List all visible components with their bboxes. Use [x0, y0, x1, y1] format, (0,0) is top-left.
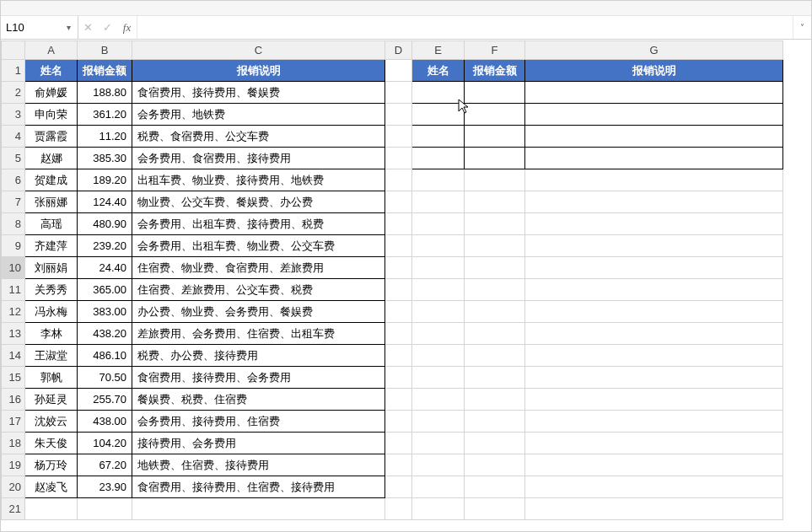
cell-desc[interactable]: 接待费用、会务费用: [132, 433, 385, 454]
cell[interactable]: [412, 345, 465, 367]
cell[interactable]: [525, 367, 783, 389]
cell[interactable]: [465, 301, 525, 323]
cell[interactable]: [465, 367, 525, 389]
cell[interactable]: [385, 82, 412, 104]
cell[interactable]: [412, 389, 465, 411]
cell-desc[interactable]: 物业费、公交车费、餐娱费、办公费: [132, 191, 385, 213]
cell-name[interactable]: 张丽娜: [25, 191, 78, 213]
col-header-b[interactable]: B: [78, 41, 132, 60]
cell[interactable]: [525, 498, 783, 520]
cell-desc[interactable]: 会务费用、出租车费、接待费用、税费: [132, 213, 385, 235]
cell-desc[interactable]: 食宿费用、接待费用、住宿费、接待费用: [132, 476, 385, 498]
cell[interactable]: [78, 498, 132, 520]
expand-formula-bar-icon[interactable]: ˅: [793, 16, 811, 39]
cell[interactable]: [385, 235, 412, 257]
cell[interactable]: [465, 191, 525, 213]
cell-amount[interactable]: 365.00: [78, 279, 132, 301]
row-header[interactable]: 14: [2, 345, 25, 367]
cell[interactable]: [385, 126, 412, 148]
row-header[interactable]: 7: [2, 191, 25, 213]
row-header[interactable]: 9: [2, 235, 25, 257]
cell[interactable]: [412, 148, 465, 169]
row-header[interactable]: 2: [2, 82, 25, 104]
cell[interactable]: [525, 213, 783, 235]
name-box[interactable]: ▾: [1, 16, 78, 39]
cell[interactable]: [412, 257, 465, 279]
cell-name[interactable]: 刘丽娟: [25, 257, 78, 279]
name-box-dropdown-icon[interactable]: ▾: [62, 22, 74, 34]
cell-name[interactable]: 杨万玲: [25, 454, 78, 476]
cell-desc[interactable]: 住宿费、差旅费用、公交车费、税费: [132, 279, 385, 301]
cell-name[interactable]: 沈姣云: [25, 411, 78, 433]
row-header[interactable]: 6: [2, 169, 25, 191]
cell[interactable]: [465, 345, 525, 367]
cell-desc[interactable]: 会务费用、接待费用、住宿费: [132, 411, 385, 433]
cell[interactable]: [465, 476, 525, 498]
cell-name[interactable]: 冯永梅: [25, 301, 78, 323]
cell-desc[interactable]: 差旅费用、会务费用、住宿费、出租车费: [132, 323, 385, 345]
cell[interactable]: [412, 191, 465, 213]
table2-col-name[interactable]: 姓名: [412, 60, 465, 82]
cell[interactable]: [525, 433, 783, 454]
row-header[interactable]: 11: [2, 279, 25, 301]
cell[interactable]: [525, 104, 783, 126]
cell[interactable]: [525, 82, 783, 104]
cell-amount[interactable]: 385.30: [78, 148, 132, 169]
cell-amount[interactable]: 255.70: [78, 389, 132, 411]
cell[interactable]: [412, 323, 465, 345]
cell-name[interactable]: 孙延灵: [25, 389, 78, 411]
cell-amount[interactable]: 11.20: [78, 126, 132, 148]
cell[interactable]: [385, 301, 412, 323]
cell[interactable]: [465, 126, 525, 148]
cell[interactable]: [412, 454, 465, 476]
cell-name[interactable]: 贾露霞: [25, 126, 78, 148]
cell[interactable]: [465, 213, 525, 235]
cell-amount[interactable]: 23.90: [78, 476, 132, 498]
cell[interactable]: [385, 476, 412, 498]
cell[interactable]: [132, 498, 385, 520]
cell[interactable]: [465, 433, 525, 454]
cell[interactable]: [525, 169, 783, 191]
row-header[interactable]: 15: [2, 367, 25, 389]
cell[interactable]: [412, 104, 465, 126]
cell[interactable]: [465, 498, 525, 520]
cell[interactable]: [412, 411, 465, 433]
row-header[interactable]: 1: [2, 60, 25, 82]
cell-desc[interactable]: 税费、办公费、接待费用: [132, 345, 385, 367]
cell-amount[interactable]: 104.20: [78, 433, 132, 454]
cell-amount[interactable]: 188.80: [78, 82, 132, 104]
col-header-f[interactable]: F: [465, 41, 525, 60]
cell-amount[interactable]: 239.20: [78, 235, 132, 257]
cell[interactable]: [412, 498, 465, 520]
cell-name[interactable]: 关秀秀: [25, 279, 78, 301]
cell[interactable]: [465, 148, 525, 169]
cell[interactable]: [525, 323, 783, 345]
cell[interactable]: [412, 367, 465, 389]
cell-amount[interactable]: 480.90: [78, 213, 132, 235]
cell[interactable]: [465, 235, 525, 257]
grid-table[interactable]: A B C D E F G 1 姓名 报销金额 报销说明 姓名 报销金额 报销说…: [1, 40, 783, 520]
cell[interactable]: [385, 345, 412, 367]
cell-amount[interactable]: 67.20: [78, 454, 132, 476]
row-header[interactable]: 18: [2, 433, 25, 454]
table1-col-name[interactable]: 姓名: [25, 60, 78, 82]
row-header[interactable]: 19: [2, 454, 25, 476]
name-box-input[interactable]: [1, 16, 62, 39]
cell[interactable]: [385, 433, 412, 454]
cell[interactable]: [465, 104, 525, 126]
cell[interactable]: [465, 389, 525, 411]
cell[interactable]: [525, 126, 783, 148]
cell[interactable]: [412, 433, 465, 454]
cell-desc[interactable]: 办公费、物业费、会务费用、餐娱费: [132, 301, 385, 323]
cell[interactable]: [385, 104, 412, 126]
table1-col-amount[interactable]: 报销金额: [78, 60, 132, 82]
cell[interactable]: [525, 389, 783, 411]
row-header[interactable]: 3: [2, 104, 25, 126]
cell[interactable]: [412, 126, 465, 148]
cell-desc[interactable]: 地铁费、住宿费、接待费用: [132, 454, 385, 476]
cell[interactable]: [465, 169, 525, 191]
col-header-d[interactable]: D: [385, 41, 412, 60]
cell[interactable]: [412, 213, 465, 235]
cell[interactable]: [525, 279, 783, 301]
cell-amount[interactable]: 189.20: [78, 169, 132, 191]
